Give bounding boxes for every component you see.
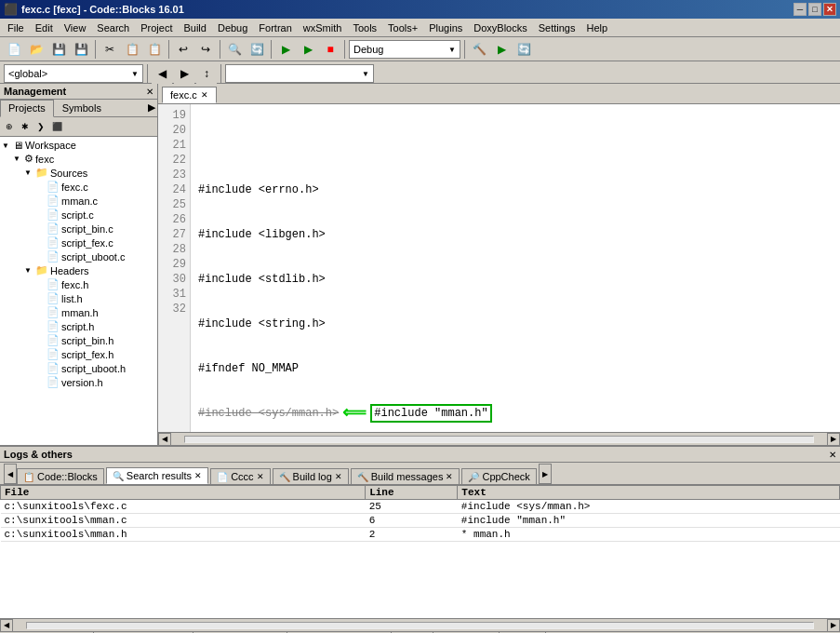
bottom-hscroll-track[interactable] <box>26 622 814 629</box>
menu-item-project[interactable]: Project <box>135 20 178 35</box>
paste-button[interactable]: 📋 <box>144 39 165 60</box>
main-layout: Management ✕ Projects Symbols ▶ ⊕ ✱ ❯ ⬛ … <box>0 84 840 631</box>
menu-item-debug[interactable]: Debug <box>212 20 253 35</box>
sidebar-btn4[interactable]: ⬛ <box>49 119 64 134</box>
editor-tab-fexc[interactable]: fexc.c ✕ <box>162 87 217 103</box>
hscroll-left-btn[interactable]: ◀ <box>158 433 171 446</box>
build-button[interactable]: 🔨 <box>469 39 489 60</box>
sidebar-btn1[interactable]: ⊕ <box>2 119 17 134</box>
tree-script-bin-h[interactable]: 📄 script_bin.h <box>2 333 155 347</box>
code-lines[interactable]: #include <errno.h> #include <libgen.h> #… <box>191 104 840 432</box>
table-row[interactable]: c:\sunxitools\fexc.c 25 #include <sys/mm… <box>1 500 840 514</box>
menu-item-search[interactable]: Search <box>91 20 135 35</box>
replace-button[interactable]: 🔄 <box>247 39 267 60</box>
rebuild-button[interactable]: 🔄 <box>513 39 534 60</box>
close-button[interactable]: ✕ <box>823 3 836 16</box>
tree-mman-c[interactable]: 📄 mman.c <box>2 194 155 208</box>
search-tab-close[interactable]: ✕ <box>194 471 202 480</box>
run-button[interactable]: ▶ <box>275 39 296 60</box>
bottom-tab-buildlog[interactable]: 🔨 Build log ✕ <box>273 468 349 484</box>
hscroll-track[interactable] <box>184 436 814 443</box>
sidebar-btn2[interactable]: ✱ <box>18 119 33 134</box>
buildmsg-tab-close[interactable]: ✕ <box>446 472 453 481</box>
undo-button[interactable]: ↩ <box>173 39 193 60</box>
menu-item-help[interactable]: Help <box>580 20 613 35</box>
bottom-tab-codeblocks[interactable]: 📋 Code::Blocks <box>17 468 104 484</box>
sidebar-close-button[interactable]: ✕ <box>146 87 153 97</box>
menu-item-tools+[interactable]: Tools+ <box>382 20 423 35</box>
menu-item-fortran[interactable]: Fortran <box>253 20 297 35</box>
menu-item-plugins[interactable]: Plugins <box>423 20 468 35</box>
table-row[interactable]: c:\sunxitools\mman.h 2 * mman.h <box>1 528 840 542</box>
global-combo[interactable]: <global> ▼ <box>4 64 143 83</box>
jump-button[interactable]: ↕ <box>196 63 217 84</box>
bottom-tabs-scroll-right[interactable]: ▶ <box>539 464 552 484</box>
save-button[interactable]: 💾 <box>48 39 69 60</box>
editor-content[interactable]: 19 20 21 22 23 24 25 26 27 28 29 30 31 3… <box>158 104 840 432</box>
bottom-tab-buildmsg[interactable]: 🔨 Build messages ✕ <box>351 468 460 484</box>
nav-prev-button[interactable]: ◀ <box>152 63 172 84</box>
sidebar-tab-symbols[interactable]: Symbols <box>54 100 110 116</box>
tree-mman-h[interactable]: 📄 mman.h <box>2 305 155 319</box>
menu-item-view[interactable]: View <box>59 20 92 35</box>
menu-item-build[interactable]: Build <box>178 20 211 35</box>
editor-hscroll[interactable]: ◀ ▶ <box>158 432 840 445</box>
run2-button[interactable]: ▶ <box>491 39 512 60</box>
tree-script-fex-h[interactable]: 📄 script_fex.h <box>2 347 155 361</box>
bottom-tabs-scroll-left[interactable]: ◀ <box>4 464 17 484</box>
new-button[interactable]: 📄 <box>4 39 24 60</box>
sidebar-btn3[interactable]: ❯ <box>33 119 48 134</box>
build-target-combo[interactable]: Debug ▼ <box>349 40 460 59</box>
tree-workspace[interactable]: ▼ 🖥 Workspace <box>2 139 155 152</box>
bottom-tab-cccc[interactable]: 📄 Cccc ✕ <box>210 468 270 484</box>
menu-item-doxyblocks[interactable]: DoxyBlocks <box>468 20 532 35</box>
tree-fexc-c[interactable]: 📄 fexc.c <box>2 180 155 194</box>
bottom-tab-cppcheck[interactable]: 🔎 CppCheck <box>461 468 536 484</box>
redo-button[interactable]: ↪ <box>195 39 216 60</box>
debug-run-button[interactable]: ▶ <box>298 39 318 60</box>
buildlog-tab-close[interactable]: ✕ <box>335 472 342 481</box>
search-tab-icon: 🔍 <box>113 471 124 481</box>
menu-item-file[interactable]: File <box>2 20 30 35</box>
tree-script-uboot-h[interactable]: 📄 script_uboot.h <box>2 361 155 375</box>
search-results-panel[interactable]: File Line Text c:\sunxitools\fexc.c 25 #… <box>0 485 840 618</box>
nav-next-button[interactable]: ▶ <box>174 63 194 84</box>
bottom-hscroll-right[interactable]: ▶ <box>827 619 840 632</box>
open-button[interactable]: 📂 <box>26 39 47 60</box>
bottom-panel-close-button[interactable]: ✕ <box>829 450 836 460</box>
copy-button[interactable]: 📋 <box>122 39 142 60</box>
sidebar-tab-arrow[interactable]: ▶ <box>146 100 157 116</box>
tree-project[interactable]: ▼ ⚙ fexc <box>2 152 155 166</box>
minimize-button[interactable]: ─ <box>793 3 807 16</box>
menu-item-wxsmith[interactable]: wxSmith <box>298 20 348 35</box>
bottom-tab-search[interactable]: 🔍 Search results ✕ <box>106 467 208 484</box>
function-combo[interactable]: ▼ <box>225 64 374 83</box>
title-bar-controls[interactable]: ─ □ ✕ <box>793 3 836 16</box>
menu-item-tools[interactable]: Tools <box>347 20 382 35</box>
menu-item-settings[interactable]: Settings <box>533 20 581 35</box>
tree-list-h[interactable]: 📄 list.h <box>2 291 155 305</box>
hscroll-right-btn[interactable]: ▶ <box>827 433 840 446</box>
bottom-hscroll-left[interactable]: ◀ <box>0 619 13 632</box>
bottom-hscroll[interactable]: ◀ ▶ <box>0 618 840 631</box>
menu-item-edit[interactable]: Edit <box>30 20 59 35</box>
stop-button[interactable]: ■ <box>320 39 340 60</box>
cccc-tab-close[interactable]: ✕ <box>257 472 264 481</box>
tree-script-fex-c[interactable]: 📄 script_fex.c <box>2 236 155 249</box>
editor-tab-close[interactable]: ✕ <box>201 90 208 100</box>
maximize-button[interactable]: □ <box>808 3 821 16</box>
table-row[interactable]: c:\sunxitools\mman.c 6 #include "mman.h" <box>1 514 840 528</box>
tree-sources-folder[interactable]: ▼ 📁 Sources <box>2 166 155 180</box>
tree-headers-folder[interactable]: ▼ 📁 Headers <box>2 263 155 277</box>
tree-fexc-h[interactable]: 📄 fexc.h <box>2 277 155 291</box>
save-all-button[interactable]: 💾 <box>71 39 91 60</box>
cut-button[interactable]: ✂ <box>100 39 120 60</box>
search-button[interactable]: 🔍 <box>224 39 245 60</box>
tree-script-h[interactable]: 📄 script.h <box>2 319 155 333</box>
sidebar-tab-projects[interactable]: Projects <box>0 100 54 117</box>
script-bin-c-icon: 📄 <box>47 222 60 235</box>
tree-version-h[interactable]: 📄 version.h <box>2 375 155 389</box>
tree-script-c[interactable]: 📄 script.c <box>2 208 155 222</box>
tree-script-uboot-c[interactable]: 📄 script_uboot.c <box>2 249 155 263</box>
tree-script-bin-c[interactable]: 📄 script_bin.c <box>2 222 155 236</box>
